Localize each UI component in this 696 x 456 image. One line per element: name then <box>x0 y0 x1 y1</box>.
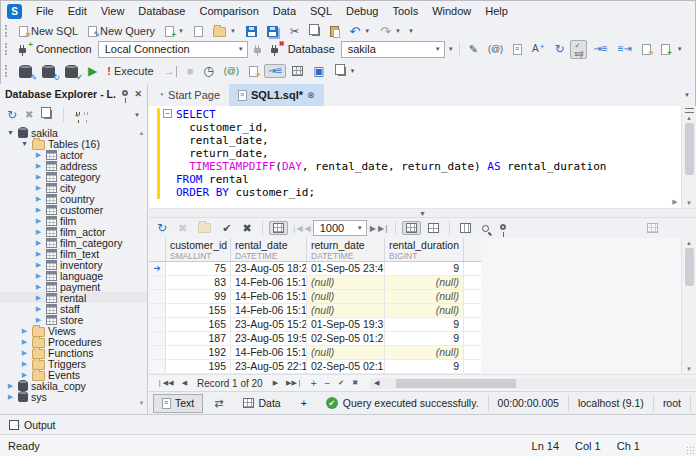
new-connection-button[interactable]: + <box>15 43 30 55</box>
tree-item-events[interactable]: ▶Events <box>0 369 147 380</box>
tab-data[interactable]: Data <box>234 394 289 413</box>
cell-customer_id[interactable]: 192 <box>166 346 231 359</box>
cell-rental_date[interactable]: 14-Feb-06 15:16:03 <box>231 346 307 359</box>
cell-customer_id[interactable]: 195 <box>166 360 231 373</box>
chevron-collapsed-icon[interactable]: ▶ <box>34 305 43 313</box>
export-results-button[interactable] <box>245 64 262 79</box>
column-header-return_date[interactable]: return_dateDATETIME <box>307 238 385 261</box>
apply-changes-button[interactable]: ✔ <box>218 221 235 236</box>
edit-data-button[interactable]: ✎ <box>15 63 36 80</box>
tree-item-film-text[interactable]: ▶film_text <box>0 248 147 259</box>
cell-customer_id[interactable]: 155 <box>166 304 231 317</box>
cell-rental_duration[interactable]: (null) <box>385 304 464 317</box>
refresh-database-button[interactable]: ↻ <box>38 63 59 80</box>
scroll-down-icon[interactable]: ▼ <box>686 366 692 372</box>
chevron-collapsed-icon[interactable]: ▶ <box>34 195 43 203</box>
refresh-code-completion-button[interactable]: ↻ <box>550 41 568 57</box>
chevron-collapsed-icon[interactable]: ▶ <box>20 327 29 335</box>
tab-text[interactable]: Text <box>153 394 203 413</box>
menu-database[interactable]: Database <box>131 2 192 20</box>
diagram-button[interactable]: ▣ <box>309 63 328 79</box>
fold-collapse-icon[interactable]: − <box>163 109 172 118</box>
tree-item-inventory[interactable]: ▶inventory <box>0 259 147 270</box>
tree-item-tables-16-[interactable]: ▼Tables (16) <box>0 138 147 149</box>
swap-layout-button[interactable]: ⇄ <box>205 394 232 413</box>
menu-data[interactable]: Data <box>266 2 303 20</box>
chevron-collapsed-icon[interactable]: ▶ <box>34 206 43 214</box>
stop-button[interactable]: ■ <box>183 64 198 79</box>
duplicate-icon[interactable] <box>44 110 52 119</box>
output-panel-tab[interactable]: Output <box>0 414 696 434</box>
menu-debug[interactable]: Debug <box>339 2 385 20</box>
cell-return_date[interactable]: 01-Sep-05 19:31:50 <box>307 318 385 331</box>
change-case-button[interactable]: A+ <box>528 42 548 56</box>
row-selector[interactable] <box>149 346 166 359</box>
post-edit-icon[interactable]: ✔ <box>334 379 348 387</box>
menu-window[interactable]: Window <box>425 2 478 20</box>
chevron-collapsed-icon[interactable]: ▶ <box>20 371 29 379</box>
cell-rental_date[interactable]: 23-Aug-05 19:59:33 <box>231 332 307 345</box>
card-view-button[interactable] <box>424 221 443 235</box>
scrollbar-thumb[interactable] <box>685 248 694 286</box>
tree-item-functions[interactable]: ▶Functions <box>0 347 147 358</box>
column-header-rental_date[interactable]: rental_dateDATETIME <box>231 238 307 261</box>
menu-tools[interactable]: Tools <box>385 2 425 20</box>
cell-customer_id[interactable]: 187 <box>166 332 231 345</box>
next-record-icon[interactable]: ▶ <box>269 379 282 387</box>
tree-item-procedures[interactable]: ▶Procedures <box>0 336 147 347</box>
table-row[interactable]: 15514-Feb-06 15:16:03(null)(null) <box>149 304 481 318</box>
editor-vertical-scrollbar[interactable]: ▲ ▼ <box>681 106 696 208</box>
row-selector[interactable] <box>149 360 166 373</box>
page-size-combobox[interactable]: 1000▼ <box>313 220 367 236</box>
row-selector-header[interactable] <box>149 238 166 261</box>
new-connection-document-button[interactable] <box>190 24 207 39</box>
tree-item-film[interactable]: ▶film <box>0 215 147 226</box>
chevron-collapsed-icon[interactable]: ▶ <box>34 283 43 291</box>
cell-rental_date[interactable]: 23-Aug-05 18:23:24 <box>231 262 307 275</box>
cell-customer_id[interactable]: 165 <box>166 318 231 331</box>
tree-item-sys[interactable]: ▶sys <box>0 391 147 402</box>
save-button[interactable] <box>242 24 261 39</box>
last-record-icon[interactable]: ▶▶❘ <box>282 379 307 387</box>
cell-customer_id[interactable]: 75 <box>166 262 231 275</box>
new-sql-button[interactable]: New SQL <box>15 23 82 39</box>
window-layout-button[interactable]: ▼ <box>331 65 360 78</box>
tab-sql1[interactable]: SQL1.sql* ⊗ <box>229 84 324 106</box>
tree-item-address[interactable]: ▶address <box>0 160 147 171</box>
toolbar-overflow-chevron-icon[interactable]: ▼ <box>677 46 683 52</box>
grid-view-button[interactable] <box>402 221 421 235</box>
cell-customer_id[interactable]: 99 <box>166 290 231 303</box>
chevron-collapsed-icon[interactable]: ▶ <box>34 250 43 258</box>
validate-database-button[interactable]: ✔ <box>61 63 82 80</box>
refresh-results-button[interactable]: ↻ <box>153 220 171 236</box>
cell-rental_duration[interactable]: (null) <box>385 276 464 289</box>
results-splitter[interactable]: ▼ <box>149 208 696 218</box>
column-visibility-button[interactable] <box>456 221 475 235</box>
last-page-icon[interactable]: ▶❘ <box>378 224 389 233</box>
prev-page-icon[interactable]: ◀ <box>305 224 310 233</box>
tree-item-customer[interactable]: ▶customer <box>0 204 147 215</box>
row-selector[interactable] <box>149 318 166 331</box>
scrollbar-thumb[interactable] <box>685 123 694 175</box>
rename-button[interactable] <box>509 42 526 57</box>
tree-item-store[interactable]: ▶store <box>0 314 147 325</box>
tab-list-chevron-icon[interactable]: ▼ <box>684 92 696 98</box>
tree-item-actor[interactable]: ▶actor <box>0 149 147 160</box>
format-sql-button[interactable]: ✎ <box>465 42 482 57</box>
cell-rental_date[interactable]: 14-Feb-06 15:16:03 <box>231 276 307 289</box>
tree-item-category[interactable]: ▶category <box>0 171 147 182</box>
comment-button[interactable] <box>638 42 655 57</box>
new-document-button[interactable]: ▼ <box>161 24 188 39</box>
table-row[interactable]: ➜7523-Aug-05 18:23:2401-Sep-05 23:43:249 <box>149 262 481 276</box>
menu-comparison[interactable]: Comparison <box>192 2 265 20</box>
prev-record-icon[interactable]: ◀ <box>178 379 191 387</box>
cell-rental_duration[interactable]: 9 <box>385 360 464 373</box>
current-row-arrow-icon[interactable]: ➜ <box>149 262 166 275</box>
chevron-collapsed-icon[interactable]: ▶ <box>34 261 43 269</box>
connection-combobox[interactable]: Local Connection▼ <box>98 41 248 58</box>
cell-return_date[interactable]: 02-Sep-05 01:28:33 <box>307 332 385 345</box>
database-combobox[interactable]: sakila▼ <box>341 41 445 58</box>
indent-button[interactable]: ⇥≡ <box>589 42 611 56</box>
tab-start-page[interactable]: ◔ Start Page <box>149 84 229 106</box>
cell-customer_id[interactable]: 83 <box>166 276 231 289</box>
